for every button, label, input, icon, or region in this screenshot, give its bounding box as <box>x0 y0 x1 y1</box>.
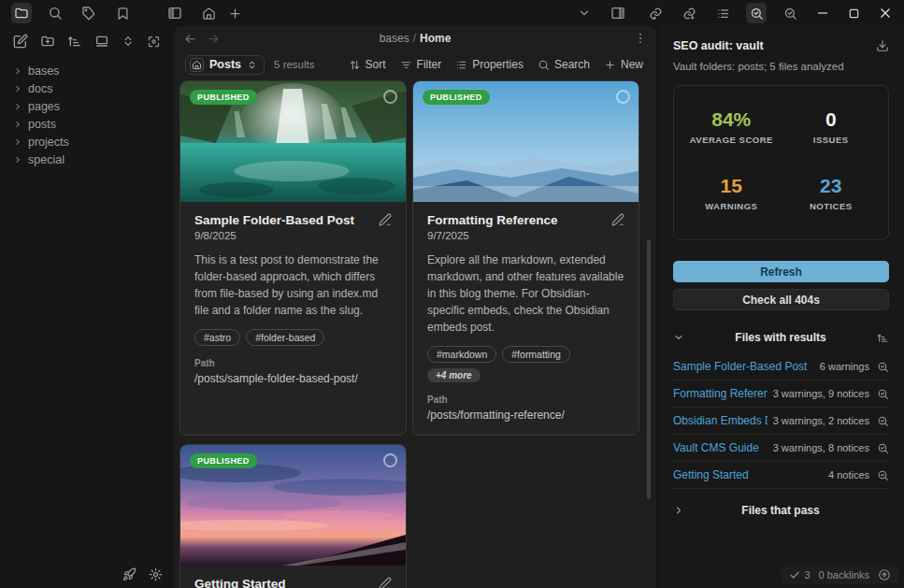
breadcrumb-separator: / <box>413 32 416 45</box>
stat-value: 23 <box>782 175 882 197</box>
seo-audit-button[interactable] <box>746 3 767 23</box>
tags-tab-button[interactable] <box>79 3 99 23</box>
sort-order-icon[interactable] <box>67 34 82 49</box>
files-tab-button[interactable] <box>11 3 32 23</box>
edit-pencil-icon[interactable] <box>379 577 392 588</box>
select-circle-icon[interactable] <box>383 453 397 467</box>
sort-asc-icon[interactable] <box>877 332 889 344</box>
tag-pill[interactable]: #astro <box>194 329 240 346</box>
filter-icon <box>400 59 412 71</box>
file-status: 3 warnings, 9 notices <box>773 388 869 399</box>
arrow-up-circle-icon[interactable] <box>878 568 891 581</box>
file-row: Sample Folder-Based Post 6 warnings <box>673 353 889 380</box>
search-check-icon[interactable] <box>877 361 889 373</box>
file-row: Getting Started 4 notices <box>673 462 889 489</box>
post-card[interactable]: PUBLISHED Getting Started 9/6/2025 Quick… <box>179 444 407 588</box>
post-card[interactable]: PUBLISHED Sample Folder-Based Post 9/8/2… <box>179 80 407 436</box>
new-note-icon[interactable] <box>13 34 28 49</box>
tree-folder-special[interactable]: special <box>9 151 174 168</box>
search-check-icon[interactable] <box>877 415 889 427</box>
arrow-up-down-icon <box>349 59 361 71</box>
download-icon[interactable] <box>876 39 889 52</box>
maximize-button[interactable] <box>849 8 859 19</box>
file-link[interactable]: Getting Started <box>673 468 823 481</box>
search-check-icon[interactable] <box>877 442 889 454</box>
rocket-icon[interactable] <box>122 567 136 581</box>
bookmarks-tab-button[interactable] <box>112 3 133 23</box>
tab-list-dropdown[interactable] <box>574 3 595 23</box>
view-name: Posts <box>209 58 241 71</box>
tag-pill[interactable]: #markdown <box>427 346 496 363</box>
card-title[interactable]: Formatting Reference <box>427 213 611 227</box>
sort-label: Sort <box>366 58 386 71</box>
filter-button[interactable]: Filter <box>400 58 442 71</box>
close-button[interactable] <box>880 7 891 19</box>
select-circle-icon[interactable] <box>383 90 397 104</box>
more-tags-pill[interactable]: +4 more <box>427 368 481 382</box>
left-sidebar-toggle[interactable] <box>165 3 185 23</box>
post-card[interactable]: PUBLISHED Formatting Reference 9/7/2025 … <box>412 80 639 436</box>
link-out-icon <box>682 7 696 21</box>
search-button[interactable]: Search <box>538 58 590 71</box>
card-title[interactable]: Sample Folder-Based Post <box>194 213 379 227</box>
scrollbar[interactable] <box>647 239 651 499</box>
breadcrumb-parent[interactable]: bases <box>380 32 409 45</box>
tag-pill[interactable]: #folder-based <box>246 329 324 346</box>
tree-folder-pages[interactable]: pages <box>9 97 174 115</box>
search-check-icon[interactable] <box>877 388 889 400</box>
tab-home[interactable] <box>198 3 219 23</box>
chevron-down-icon <box>673 332 684 343</box>
search-tab-button[interactable] <box>45 3 65 23</box>
back-icon[interactable] <box>183 32 197 46</box>
file-status: 3 warnings, 2 notices <box>773 415 869 426</box>
files-that-pass-header[interactable]: Files that pass <box>673 504 889 517</box>
edit-pencil-icon[interactable] <box>611 213 624 226</box>
card-view-icon[interactable] <box>94 34 109 49</box>
incoming-links-button[interactable] <box>645 3 666 23</box>
forward-icon[interactable] <box>207 32 221 46</box>
right-sidebar-toggle[interactable] <box>608 3 628 23</box>
more-options-icon[interactable] <box>634 32 647 45</box>
file-link[interactable]: Sample Folder-Based Post <box>673 360 814 373</box>
left-sidebar: bases docs pages posts projects special <box>0 26 174 588</box>
seo-check-page-button[interactable] <box>780 3 800 23</box>
outline-button[interactable] <box>712 3 733 23</box>
list-icon <box>716 7 730 21</box>
tree-folder-projects[interactable]: projects <box>9 133 174 151</box>
tree-folder-bases[interactable]: bases <box>9 62 174 79</box>
card-date: 9/8/2025 <box>194 230 392 241</box>
minimize-button[interactable] <box>817 7 828 19</box>
chevron-right-icon <box>13 120 22 129</box>
new-item-button[interactable]: New <box>604 58 643 71</box>
gear-icon[interactable] <box>149 567 163 581</box>
sort-button[interactable]: Sort <box>349 58 386 71</box>
reveal-file-icon[interactable] <box>147 35 161 49</box>
file-link[interactable]: Obsidian Embeds Demo <box>673 414 768 427</box>
card-cover-image: PUBLISHED <box>180 445 406 566</box>
select-circle-icon[interactable] <box>616 90 630 104</box>
new-folder-icon[interactable] <box>40 34 55 49</box>
outgoing-links-button[interactable] <box>679 3 699 23</box>
section-title: Files that pass <box>684 504 877 517</box>
edit-pencil-icon[interactable] <box>379 213 392 226</box>
file-link[interactable]: Vault CMS Guide <box>673 441 768 454</box>
collapse-all-icon[interactable] <box>122 35 135 48</box>
card-title[interactable]: Getting Started <box>194 577 379 588</box>
view-selector[interactable]: Posts <box>185 55 265 75</box>
properties-button[interactable]: Properties <box>455 58 524 71</box>
link-in-icon <box>649 7 663 21</box>
status-badge: PUBLISHED <box>423 90 490 105</box>
tree-folder-posts[interactable]: posts <box>9 115 174 133</box>
breadcrumb-current[interactable]: Home <box>420 32 451 45</box>
check-404s-button[interactable]: Check all 404s <box>673 289 889 310</box>
breadcrumb: bases/Home <box>295 32 535 45</box>
new-tab-button[interactable] <box>224 3 245 23</box>
refresh-button[interactable]: Refresh <box>673 261 889 282</box>
file-link[interactable]: Formatting Reference <box>673 387 768 400</box>
sync-status[interactable]: 3 <box>789 569 810 581</box>
files-with-results-header[interactable]: Files with results <box>673 331 889 344</box>
backlinks-count[interactable]: 0 backlinks <box>819 569 869 581</box>
tag-pill[interactable]: #formatting <box>502 346 570 363</box>
search-check-icon[interactable] <box>877 469 889 481</box>
tree-folder-docs[interactable]: docs <box>9 79 174 97</box>
